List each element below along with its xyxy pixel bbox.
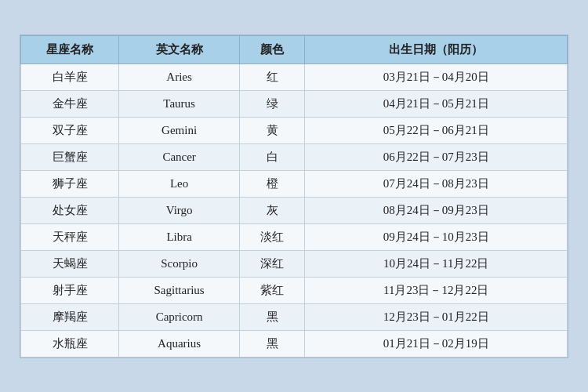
header-date: 出生日期（阳历）	[305, 35, 568, 64]
table-row: 天蝎座Scorpio深红10月24日－11月22日	[21, 250, 568, 277]
cell-date: 12月23日－01月22日	[305, 303, 568, 330]
header-english: 英文名称	[119, 35, 239, 64]
table-row: 金牛座Taurus绿04月21日－05月21日	[21, 90, 568, 117]
cell-chinese: 天秤座	[21, 223, 119, 250]
cell-english: Leo	[119, 170, 239, 197]
cell-chinese: 狮子座	[21, 170, 119, 197]
cell-date: 06月22日－07月23日	[305, 143, 568, 170]
cell-date: 08月24日－09月23日	[305, 197, 568, 223]
cell-english: Scorpio	[119, 250, 239, 277]
cell-date: 05月22日－06月21日	[305, 117, 568, 143]
cell-date: 03月21日－04月20日	[305, 64, 568, 90]
table-row: 天秤座Libra淡红09月24日－10月23日	[21, 223, 568, 250]
cell-english: Capricorn	[119, 303, 239, 330]
cell-english: Gemini	[119, 117, 239, 143]
cell-chinese: 白羊座	[21, 64, 119, 90]
cell-color: 绿	[239, 90, 305, 117]
cell-date: 09月24日－10月23日	[305, 223, 568, 250]
zodiac-table: 星座名称 英文名称 颜色 出生日期（阳历） 白羊座Aries红03月21日－04…	[20, 35, 568, 358]
header-color: 颜色	[239, 35, 305, 64]
zodiac-table-container: 星座名称 英文名称 颜色 出生日期（阳历） 白羊座Aries红03月21日－04…	[20, 34, 568, 358]
cell-english: Libra	[119, 223, 239, 250]
cell-english: Aries	[119, 64, 239, 90]
cell-color: 淡红	[239, 223, 305, 250]
cell-color: 橙	[239, 170, 305, 197]
table-row: 白羊座Aries红03月21日－04月20日	[21, 64, 568, 90]
cell-color: 紫红	[239, 277, 305, 303]
cell-chinese: 摩羯座	[21, 303, 119, 330]
cell-chinese: 双子座	[21, 117, 119, 143]
cell-date: 11月23日－12月22日	[305, 277, 568, 303]
cell-chinese: 处女座	[21, 197, 119, 223]
cell-chinese: 金牛座	[21, 90, 119, 117]
table-header-row: 星座名称 英文名称 颜色 出生日期（阳历）	[21, 35, 568, 64]
cell-english: Cancer	[119, 143, 239, 170]
cell-date: 01月21日－02月19日	[305, 330, 568, 357]
table-row: 双子座Gemini黄05月22日－06月21日	[21, 117, 568, 143]
cell-chinese: 巨蟹座	[21, 143, 119, 170]
cell-chinese: 天蝎座	[21, 250, 119, 277]
cell-color: 红	[239, 64, 305, 90]
cell-english: Virgo	[119, 197, 239, 223]
header-chinese: 星座名称	[21, 35, 119, 64]
cell-color: 深红	[239, 250, 305, 277]
table-row: 射手座Sagittarius紫红11月23日－12月22日	[21, 277, 568, 303]
cell-color: 黑	[239, 303, 305, 330]
cell-date: 07月24日－08月23日	[305, 170, 568, 197]
table-row: 狮子座Leo橙07月24日－08月23日	[21, 170, 568, 197]
cell-english: Aquarius	[119, 330, 239, 357]
cell-date: 04月21日－05月21日	[305, 90, 568, 117]
table-row: 摩羯座Capricorn黑12月23日－01月22日	[21, 303, 568, 330]
cell-date: 10月24日－11月22日	[305, 250, 568, 277]
table-row: 巨蟹座Cancer白06月22日－07月23日	[21, 143, 568, 170]
cell-chinese: 水瓶座	[21, 330, 119, 357]
cell-color: 灰	[239, 197, 305, 223]
cell-chinese: 射手座	[21, 277, 119, 303]
cell-color: 白	[239, 143, 305, 170]
table-row: 水瓶座Aquarius黑01月21日－02月19日	[21, 330, 568, 357]
cell-english: Sagittarius	[119, 277, 239, 303]
table-body: 白羊座Aries红03月21日－04月20日金牛座Taurus绿04月21日－0…	[21, 64, 568, 357]
cell-color: 黄	[239, 117, 305, 143]
table-row: 处女座Virgo灰08月24日－09月23日	[21, 197, 568, 223]
cell-english: Taurus	[119, 90, 239, 117]
cell-color: 黑	[239, 330, 305, 357]
